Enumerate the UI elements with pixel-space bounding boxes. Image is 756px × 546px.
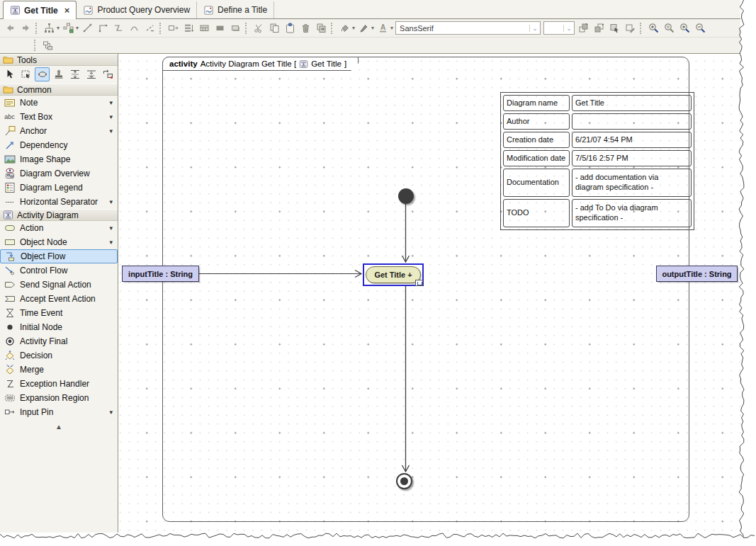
info-label: Author [503, 113, 570, 130]
zoom-selection-icon[interactable] [646, 21, 661, 35]
forward-icon[interactable] [18, 21, 33, 35]
palette-item-note[interactable]: Note ▾ [0, 96, 118, 110]
font-size-combo[interactable]: ⌄ [543, 21, 575, 35]
marquee-tool[interactable] [18, 67, 33, 81]
svg-text:A: A [380, 23, 385, 31]
dropdown-icon[interactable]: ▾ [352, 25, 355, 31]
quick-layout-icon[interactable] [61, 21, 76, 35]
palette-item-label: Object Flow [21, 251, 114, 261]
select-symbol-icon[interactable] [607, 21, 622, 35]
back-icon[interactable] [3, 21, 18, 35]
tab-product-query-overview[interactable]: Product Query Overview [77, 1, 197, 18]
sticky-connector-tool[interactable] [35, 67, 50, 81]
straight-path-icon[interactable] [80, 21, 95, 35]
filled-rect-icon[interactable] [213, 21, 227, 35]
dropdown-icon[interactable]: ▾ [109, 113, 115, 120]
palette-item-dependency[interactable]: Dependency [0, 138, 118, 152]
dropdown-icon[interactable]: ▾ [390, 25, 393, 31]
stamp-tool[interactable] [51, 67, 66, 81]
copy-icon[interactable] [267, 21, 282, 35]
activity-diagram-tab-icon [10, 5, 21, 16]
palette-scroll-up-icon[interactable]: ▲ [0, 423, 118, 431]
palette-item-object-flow[interactable]: Object Flow [0, 249, 118, 263]
dropdown-icon[interactable]: ▾ [109, 99, 115, 106]
tab-get-title[interactable]: Get Title × [3, 1, 77, 19]
combo-dropdown-icon[interactable]: ⌄ [529, 25, 540, 32]
palette-item-input-pin[interactable]: Input Pin ▾ [0, 405, 118, 419]
palette-item-control-flow[interactable]: Control Flow [0, 263, 118, 278]
palette-item-merge[interactable]: Merge [0, 363, 118, 377]
palette-item-time-event[interactable]: Time Event [0, 306, 118, 320]
vertical-spacing-tool[interactable] [67, 67, 82, 81]
secondary-toolbar [0, 38, 740, 54]
zoom-out-icon[interactable] [693, 21, 708, 35]
dropdown-icon[interactable]: ▾ [371, 25, 374, 31]
palette-item-expansion-region[interactable]: Expansion Region [0, 391, 118, 405]
palette-item-object-node[interactable]: Object Node ▾ [0, 235, 118, 249]
diagram-info-table[interactable]: Diagram name Get Title Author Creation d… [500, 92, 694, 230]
paste-icon[interactable] [283, 21, 298, 35]
palette-item-exception-handler[interactable]: Exception Handler [0, 377, 118, 391]
grid-rect-icon[interactable] [197, 21, 212, 35]
autosize-height-icon[interactable] [181, 21, 196, 35]
curved-path-icon[interactable] [127, 21, 142, 35]
swap-elements-tool[interactable] [100, 67, 115, 81]
delete-icon[interactable] [298, 21, 313, 35]
palette-item-image-shape[interactable]: Image Shape [0, 152, 118, 166]
dropdown-icon[interactable]: ▾ [76, 25, 79, 31]
palette-item-horizontal-separator[interactable]: ---- Horizontal Separator ▾ [0, 195, 118, 209]
palette-item-anchor[interactable]: Anchor ▾ [0, 124, 118, 138]
palette-item-label: Activity Final [20, 336, 115, 346]
input-parameter-node[interactable]: inputTitle : String [122, 266, 199, 282]
paste-format-icon[interactable] [314, 21, 329, 35]
format-painter-icon[interactable] [623, 21, 638, 35]
tab-close-icon[interactable]: × [64, 5, 70, 16]
palette-item-action[interactable]: Action ▾ [0, 221, 118, 235]
cut-icon[interactable] [252, 21, 266, 35]
palette-item-diagram-overview[interactable]: Diagram Overview [0, 166, 118, 181]
dropdown-icon[interactable]: ▾ [109, 127, 115, 135]
dropdown-icon[interactable]: ▾ [57, 25, 60, 31]
output-parameter-node[interactable]: outputTitle : String [656, 266, 738, 282]
combo-dropdown-icon[interactable]: ⌄ [563, 25, 574, 32]
palette-item-activity-final[interactable]: Activity Final [0, 334, 118, 348]
to-back-icon[interactable] [592, 21, 607, 35]
palette-item-initial-node[interactable]: Initial Node [0, 320, 118, 334]
palette-item-diagram-legend[interactable]: Diagram Legend [0, 181, 118, 195]
to-front-icon[interactable] [576, 21, 591, 35]
fill-color-icon[interactable] [337, 21, 352, 35]
frame-header-label[interactable]: activity Activity Diagram Get Title [ Ge… [162, 57, 359, 71]
horizontal-spacing-tool[interactable] [84, 67, 98, 81]
dropdown-icon[interactable]: ▾ [109, 198, 115, 205]
dropdown-icon[interactable]: ▾ [109, 239, 115, 246]
related-elements-icon[interactable] [40, 38, 55, 52]
palette-item-decision[interactable]: Decision [0, 348, 118, 363]
palette-section-common[interactable]: Common [0, 84, 118, 96]
diagram-canvas[interactable]: activity Activity Diagram Get Title [ Ge… [119, 54, 740, 533]
palette-item-send-signal-action[interactable]: Send Signal Action [0, 278, 118, 292]
activity-final-node[interactable] [396, 473, 412, 489]
action-get-title[interactable]: Get Title + [363, 263, 424, 286]
zoom-in-icon[interactable] [677, 21, 692, 35]
palette-section-tools[interactable]: Tools [0, 54, 118, 66]
font-color-icon[interactable]: A [376, 21, 390, 35]
info-value: - add To Do via diagram specification - [572, 199, 692, 227]
dropdown-icon[interactable]: ▾ [109, 224, 115, 232]
shadow-rect-icon[interactable] [228, 21, 243, 35]
tab-define-a-title[interactable]: Define a Title [197, 1, 274, 18]
initial-node[interactable] [398, 188, 414, 204]
custom-path-icon[interactable] [142, 21, 157, 35]
palette-section-activity-diagram[interactable]: Activity Diagram [0, 209, 118, 221]
oblique-path-icon[interactable] [111, 21, 126, 35]
palette-item-text-box[interactable]: abc Text Box ▾ [0, 110, 118, 124]
font-family-combo[interactable]: SansSerif ⌄ [395, 21, 541, 35]
palette-item-accept-event-action[interactable]: Accept Event Action [0, 292, 118, 306]
action-expand-icon[interactable]: + [407, 271, 412, 279]
zoom-fit-icon[interactable] [662, 21, 677, 35]
pointer-tool[interactable] [2, 67, 17, 81]
rectilinear-path-icon[interactable] [96, 21, 111, 35]
dropdown-icon[interactable]: ▾ [109, 409, 115, 416]
autosize-width-icon[interactable] [166, 21, 181, 35]
line-color-icon[interactable] [356, 21, 371, 35]
tree-layout-icon[interactable] [42, 21, 57, 35]
